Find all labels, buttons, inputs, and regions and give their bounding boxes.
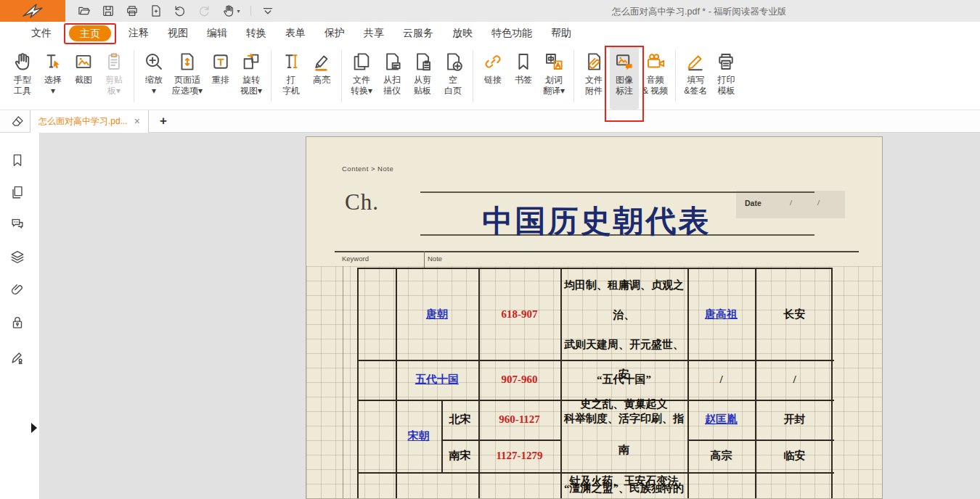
hand-tool-dropdown-icon[interactable]: ▾ — [220, 4, 242, 19]
keyword-note-divider — [424, 251, 425, 268]
document-title: 中国历史朝代表 — [444, 201, 749, 242]
security-panel-button[interactable] — [8, 313, 27, 332]
dynasty-link[interactable]: 宋朝 — [396, 400, 441, 472]
menu-bar: 文件 主页 注释 视图 编辑 转换 表单 保护 共享 云服务 放映 特色功能 帮… — [0, 22, 980, 45]
print-template-button[interactable]: 打印 模板 — [711, 47, 740, 110]
highlight-button[interactable]: 高亮 — [307, 47, 336, 110]
quick-access-toolbar: ▾ — [76, 3, 275, 19]
page-thumbnails-button[interactable] — [8, 183, 27, 202]
layers-icon — [9, 249, 25, 265]
dynasty-link[interactable]: 五代十国 — [396, 360, 478, 400]
menu-help[interactable]: 帮助 — [542, 27, 581, 40]
redo-icon[interactable] — [196, 4, 211, 19]
reflow-icon — [210, 51, 232, 73]
menu-convert[interactable]: 转换 — [237, 27, 276, 40]
reflow-button[interactable]: 重排 — [206, 47, 235, 110]
link-icon — [482, 51, 504, 73]
bookmark-button[interactable]: 书签 — [509, 47, 538, 110]
title-bar: ▾ 怎么面对高中学习.pdf * - 福昕阅读器专业版 — [0, 0, 980, 22]
typewriter-button[interactable]: 打 字机 — [277, 47, 306, 110]
dynasty-link[interactable]: 唐朝 — [396, 269, 478, 360]
tab-close-icon[interactable]: × — [134, 117, 140, 125]
bookmarks-panel-button[interactable] — [8, 151, 27, 170]
audio-video-icon — [645, 51, 666, 73]
menu-edit[interactable]: 编辑 — [197, 27, 237, 40]
clipboard-icon — [103, 51, 125, 73]
signatures-panel-button[interactable] — [8, 348, 27, 367]
customize-toolbar-icon[interactable] — [260, 4, 275, 19]
from-clipboard-button[interactable]: 从剪 贴板 — [408, 47, 437, 110]
menu-comment[interactable]: 注释 — [119, 27, 158, 40]
toolbar-ribbon: 手型 工具 选择 ▾ 截图 剪贴 板▾ 缩放 ▾ 页面适 应选项▾ — [0, 45, 980, 110]
file-convert-icon — [351, 51, 372, 73]
link-button[interactable]: 链接 — [478, 47, 507, 110]
zoom-button[interactable]: 缩放 ▾ — [139, 47, 168, 110]
translate-button[interactable]: 划词 翻译▾ — [539, 47, 568, 110]
menu-file[interactable]: 文件 — [22, 27, 61, 40]
menu-present[interactable]: 放映 — [443, 27, 482, 40]
dynasty-events: “澶渊之盟”、民族独特的 — [560, 478, 687, 498]
menu-cloud[interactable]: 云服务 — [393, 27, 443, 40]
keyword-column-label: Keyword — [342, 255, 369, 263]
from-scanner-icon — [381, 51, 403, 73]
blank-page-button[interactable]: 空 白页 — [438, 47, 467, 110]
fill-sign-icon — [685, 51, 706, 73]
ribbon-separator — [341, 50, 342, 102]
select-button[interactable]: 选择 ▾ — [38, 47, 68, 110]
audio-video-button[interactable]: 音频 & 视频 — [640, 47, 670, 110]
dynasty-years: 1127-1279 — [478, 440, 560, 472]
print-icon[interactable] — [124, 4, 139, 19]
dynasty-years: 960-1127 — [478, 400, 560, 440]
clipboard-button[interactable]: 剪贴 板▾ — [99, 47, 128, 110]
eraser-icon[interactable] — [9, 113, 25, 129]
menu-home-label: 主页 — [69, 25, 111, 41]
main-area: Content > Note Ch. 中国历史朝代表 Date / / Keyw… — [0, 133, 980, 499]
attachments-panel-button[interactable] — [8, 280, 27, 299]
layers-panel-button[interactable] — [8, 247, 27, 266]
from-scanner-button[interactable]: 从扫 描仪 — [377, 47, 407, 110]
highlight-icon — [311, 51, 332, 73]
menu-protect[interactable]: 保护 — [315, 27, 354, 40]
comments-icon — [9, 216, 25, 232]
founder-link[interactable]: 唐高祖 — [687, 269, 755, 360]
comments-panel-button[interactable] — [8, 215, 27, 234]
save-icon[interactable] — [100, 4, 115, 19]
select-text-icon — [42, 51, 64, 73]
menu-features[interactable]: 特色功能 — [482, 27, 542, 40]
window-title: 怎么面对高中学习.pdf * - 福昕阅读器专业版 — [612, 6, 786, 18]
dynasty-founder: 高宗 — [687, 440, 755, 472]
ribbon-separator — [134, 50, 134, 102]
page-fit-button[interactable]: 页面适 应选项▾ — [170, 47, 205, 110]
menu-form[interactable]: 表单 — [276, 27, 315, 40]
new-page-icon[interactable] — [148, 4, 163, 19]
sidebar-expand-handle[interactable] — [31, 423, 37, 433]
menu-home-active[interactable]: 主页 — [65, 25, 115, 42]
document-tab-label: 怎么面对高中学习.pd... — [38, 115, 128, 128]
hand-tool-icon — [12, 51, 33, 73]
paperclip-icon — [9, 281, 25, 297]
hand-tool-button[interactable]: 手型 工具 — [8, 47, 37, 110]
date-label: Date — [745, 199, 761, 207]
navigation-sidebar — [0, 133, 40, 499]
file-convert-button[interactable]: 文件 转换▾ — [347, 47, 376, 110]
new-tab-button[interactable]: + — [160, 114, 167, 128]
image-annotation-button[interactable]: 图像 标注 — [610, 47, 639, 110]
snapshot-button[interactable]: 截图 — [69, 47, 98, 110]
margin-rule — [343, 266, 343, 499]
undo-icon[interactable] — [172, 4, 187, 19]
rotate-view-icon — [240, 51, 262, 73]
fill-sign-button[interactable]: 填写 &签名 — [681, 47, 710, 110]
pdf-page[interactable]: Content > Note Ch. 中国历史朝代表 Date / / Keyw… — [306, 136, 883, 499]
ribbon-separator — [675, 50, 676, 102]
document-tab[interactable]: 怎么面对高中学习.pd... × — [30, 110, 149, 133]
bookmarks-icon — [9, 152, 25, 168]
qat-separator — [250, 6, 251, 16]
file-attachment-button[interactable]: 文件 附件 — [579, 47, 608, 110]
open-folder-icon[interactable] — [76, 4, 91, 19]
menu-view[interactable]: 视图 — [158, 27, 197, 40]
founder-link[interactable]: 赵匡胤 — [687, 400, 755, 440]
menu-share[interactable]: 共享 — [354, 27, 393, 40]
dynasty-table: 唐朝 618-907 均田制、租庸调、贞观之治、 武则天建周、开元盛世、安 史之… — [357, 268, 833, 499]
typewriter-icon — [280, 51, 302, 73]
rotate-view-button[interactable]: 旋转 视图▾ — [237, 47, 266, 110]
